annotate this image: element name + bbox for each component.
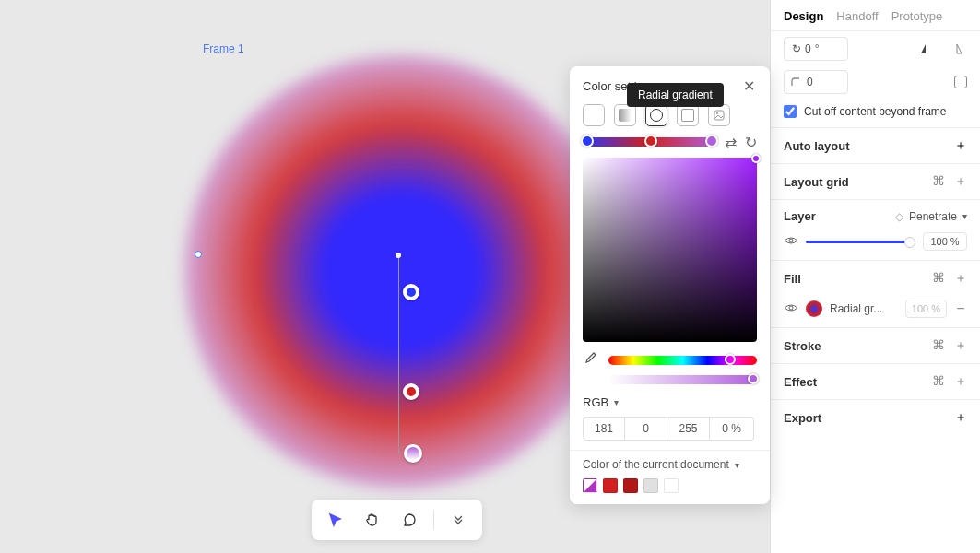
section-effect: Effect bbox=[784, 375, 817, 389]
add-export-icon[interactable]: ＋ bbox=[954, 409, 967, 426]
hand-tool[interactable] bbox=[360, 507, 385, 533]
fill-type-image[interactable] bbox=[708, 104, 730, 126]
fill-type-angular[interactable] bbox=[677, 104, 699, 126]
gradient-axis-line bbox=[398, 255, 399, 454]
add-auto-layout-icon[interactable]: ＋ bbox=[954, 137, 967, 154]
corner-radius-input[interactable]: 0 bbox=[784, 70, 848, 94]
selection-handle[interactable] bbox=[195, 251, 202, 258]
fill-type-radial[interactable] bbox=[645, 104, 667, 126]
swatch[interactable] bbox=[603, 478, 618, 493]
opacity-input[interactable]: 100 % bbox=[923, 232, 967, 251]
section-layout-grid: Layout grid bbox=[784, 175, 849, 189]
move-tool[interactable] bbox=[323, 507, 348, 533]
comment-tool[interactable] bbox=[396, 507, 422, 533]
add-layout-grid-icon[interactable]: ＋ bbox=[954, 173, 967, 190]
section-fill: Fill bbox=[784, 272, 801, 286]
fill-shortcut-icon[interactable]: ⌘ bbox=[932, 270, 945, 287]
chevron-down-icon: ▾ bbox=[962, 211, 967, 221]
color-settings-panel: Color settings ✕ ⇄ ↻ bbox=[570, 66, 770, 504]
svg-point-3 bbox=[789, 306, 793, 310]
rgba-inputs bbox=[570, 413, 770, 450]
fill-type-solid[interactable] bbox=[583, 104, 605, 126]
r-input[interactable] bbox=[583, 417, 625, 441]
gradient-stop-handle-3[interactable] bbox=[404, 444, 422, 463]
gradient-center-dot[interactable] bbox=[396, 253, 401, 258]
swatch[interactable] bbox=[664, 478, 679, 493]
remove-fill-icon[interactable]: − bbox=[954, 300, 967, 317]
svg-point-1 bbox=[716, 112, 718, 114]
hue-cursor[interactable] bbox=[725, 354, 736, 365]
svg-point-2 bbox=[789, 239, 793, 242]
fill-label[interactable]: Radial gr... bbox=[830, 302, 898, 315]
cut-off-label: Cut off content beyond frame bbox=[804, 105, 947, 118]
section-stroke: Stroke bbox=[784, 339, 821, 353]
fill-type-linear[interactable] bbox=[614, 104, 636, 126]
b-input[interactable] bbox=[667, 417, 710, 441]
tab-design[interactable]: Design bbox=[784, 9, 823, 23]
chevron-down-icon: ▾ bbox=[614, 397, 619, 407]
rotation-icon: ↻ bbox=[792, 42, 801, 55]
rotate-gradient-icon[interactable]: ↻ bbox=[744, 135, 757, 148]
color-mode-dropdown[interactable]: RGB ▾ bbox=[570, 390, 770, 413]
doc-colors-label: Color of the current document bbox=[583, 458, 729, 471]
tab-prototype[interactable]: Prototype bbox=[891, 9, 943, 23]
blend-mode-dropdown[interactable]: ◇ Penetrate ▾ bbox=[895, 210, 967, 223]
panel-tabs: Design Handoff Prototype bbox=[771, 0, 980, 31]
alpha-input[interactable] bbox=[710, 417, 754, 441]
eyedropper-icon[interactable] bbox=[583, 351, 599, 370]
tooltip: Radial gradient bbox=[627, 83, 724, 107]
fill-swatch[interactable] bbox=[806, 300, 822, 317]
hue-slider[interactable] bbox=[608, 356, 757, 365]
chevron-down-icon: ▾ bbox=[735, 460, 739, 470]
section-export: Export bbox=[784, 411, 821, 425]
sv-cursor[interactable] bbox=[751, 154, 761, 163]
swatch-row bbox=[583, 478, 757, 493]
alpha-slider[interactable] bbox=[608, 375, 757, 384]
swatch[interactable] bbox=[623, 478, 638, 493]
stroke-shortcut-icon[interactable]: ⌘ bbox=[932, 337, 945, 354]
divider bbox=[433, 511, 434, 529]
opacity-thumb[interactable] bbox=[904, 237, 915, 248]
effect-shortcut-icon[interactable]: ⌘ bbox=[932, 373, 945, 390]
flip-gradient-icon[interactable]: ⇄ bbox=[724, 135, 737, 148]
layout-grid-shortcut-icon[interactable]: ⌘ bbox=[932, 173, 945, 190]
right-panel: Design Handoff Prototype ↻ 0 ° 0 Cut off… bbox=[770, 0, 980, 553]
visibility-icon[interactable] bbox=[784, 235, 798, 249]
g-input[interactable] bbox=[625, 417, 667, 441]
alpha-cursor[interactable] bbox=[748, 373, 759, 384]
doc-colors-toggle[interactable]: Color of the current document ▾ bbox=[583, 458, 757, 471]
fill-type-row bbox=[570, 104, 770, 135]
add-effect-icon[interactable]: ＋ bbox=[954, 373, 967, 390]
fill-opacity-input[interactable]: 100 % bbox=[905, 300, 947, 318]
gradient-bar-stop-1[interactable] bbox=[581, 135, 594, 147]
more-tools-icon[interactable] bbox=[445, 507, 471, 533]
flip-horizontal-icon[interactable] bbox=[915, 38, 938, 60]
independent-corners-icon[interactable] bbox=[954, 76, 967, 88]
canvas-toolbar bbox=[312, 500, 482, 540]
swatch[interactable] bbox=[583, 478, 597, 493]
gradient-bar[interactable] bbox=[583, 137, 716, 147]
shape-radial-gradient[interactable] bbox=[184, 55, 618, 488]
cut-off-checkbox[interactable] bbox=[784, 105, 797, 118]
saturation-value-picker[interactable] bbox=[583, 158, 757, 342]
frame-label[interactable]: Frame 1 bbox=[203, 42, 244, 55]
rotation-input[interactable]: ↻ 0 ° bbox=[784, 37, 848, 61]
add-stroke-icon[interactable]: ＋ bbox=[954, 337, 967, 354]
swatch[interactable] bbox=[643, 478, 658, 493]
color-mode-label: RGB bbox=[583, 395, 608, 409]
gradient-bar-stop-3[interactable] bbox=[705, 135, 718, 147]
section-layer: Layer bbox=[784, 209, 816, 223]
fill-visibility-icon[interactable] bbox=[784, 302, 798, 316]
svg-rect-0 bbox=[714, 111, 724, 120]
gradient-stop-handle-1[interactable] bbox=[403, 284, 419, 300]
gradient-bar-stop-2[interactable] bbox=[644, 135, 657, 147]
tab-handoff[interactable]: Handoff bbox=[836, 9, 878, 23]
add-fill-icon[interactable]: ＋ bbox=[954, 270, 967, 287]
diamond-icon: ◇ bbox=[895, 210, 903, 223]
flip-vertical-icon[interactable] bbox=[945, 38, 967, 60]
section-auto-layout: Auto layout bbox=[784, 139, 850, 153]
gradient-stop-handle-2[interactable] bbox=[403, 383, 419, 400]
opacity-slider[interactable] bbox=[806, 241, 915, 243]
close-icon[interactable]: ✕ bbox=[740, 77, 757, 95]
